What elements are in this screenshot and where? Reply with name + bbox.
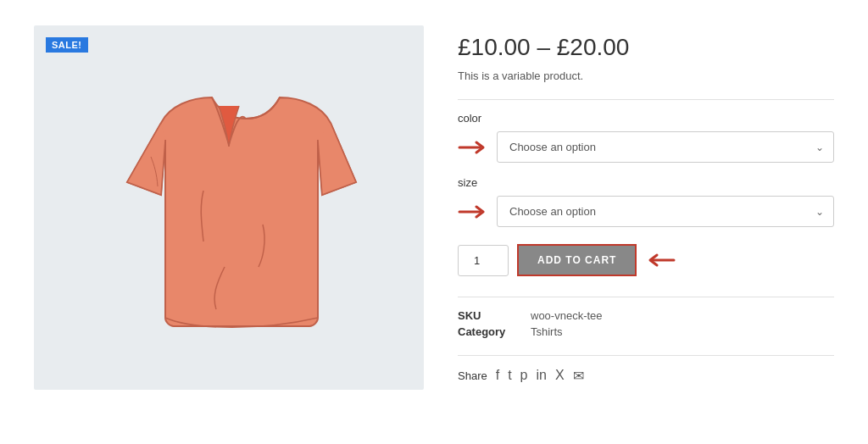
product-details: £10.00 – £20.00 This is a variable produ… — [458, 25, 834, 384]
quantity-input[interactable] — [458, 245, 509, 276]
color-option-row: Choose an option Red Blue Green ⌄ — [458, 131, 834, 163]
share-label: Share — [458, 369, 487, 382]
cart-arrow-indicator — [645, 252, 676, 269]
sale-badge: SALE! — [46, 37, 88, 53]
size-option-group: size Choose an option Small Medium Large… — [458, 176, 834, 227]
meta-section: SKU woo-vneck-tee Category Tshirts — [458, 309, 834, 338]
product-price: £10.00 – £20.00 — [458, 34, 834, 61]
product-image — [93, 55, 364, 360]
add-to-cart-row: ADD TO CART — [458, 244, 834, 276]
divider-bottom — [458, 355, 834, 356]
product-image-container: SALE! — [34, 25, 424, 390]
sku-label: SKU — [458, 309, 517, 322]
size-select-wrapper[interactable]: Choose an option Small Medium Large XL ⌄ — [497, 196, 834, 227]
category-value: Tshirts — [531, 325, 563, 338]
share-row: Share f t p in X ✉ — [458, 368, 834, 384]
product-page: SALE! £10.00 – £20.00 This is a variable — [0, 0, 868, 444]
twitter-icon[interactable]: t — [508, 368, 511, 384]
color-option-group: color Choose an option Red Blue Green — [458, 112, 834, 163]
color-select-wrapper[interactable]: Choose an option Red Blue Green ⌄ — [497, 131, 834, 163]
size-option-row: Choose an option Small Medium Large XL ⌄ — [458, 196, 834, 227]
xing-icon[interactable]: X — [555, 368, 565, 384]
sku-value: woo-vneck-tee — [531, 309, 603, 322]
sku-row: SKU woo-vneck-tee — [458, 309, 834, 322]
divider-top — [458, 99, 834, 100]
color-label: color — [458, 112, 834, 125]
linkedin-icon[interactable]: in — [537, 368, 547, 384]
category-label: Category — [458, 325, 517, 338]
share-icons: f t p in X ✉ — [496, 368, 584, 384]
divider-middle — [458, 297, 834, 297]
email-icon[interactable]: ✉ — [573, 368, 584, 384]
size-label: size — [458, 176, 834, 189]
color-arrow-indicator — [458, 139, 488, 156]
facebook-icon[interactable]: f — [496, 368, 499, 384]
product-description: This is a variable product. — [458, 69, 834, 82]
category-row: Category Tshirts — [458, 325, 834, 338]
size-select[interactable]: Choose an option Small Medium Large XL — [497, 196, 834, 227]
add-to-cart-button[interactable]: ADD TO CART — [517, 244, 637, 276]
size-arrow-indicator — [458, 203, 488, 220]
color-select[interactable]: Choose an option Red Blue Green — [497, 131, 834, 163]
pinterest-icon[interactable]: p — [520, 368, 528, 384]
